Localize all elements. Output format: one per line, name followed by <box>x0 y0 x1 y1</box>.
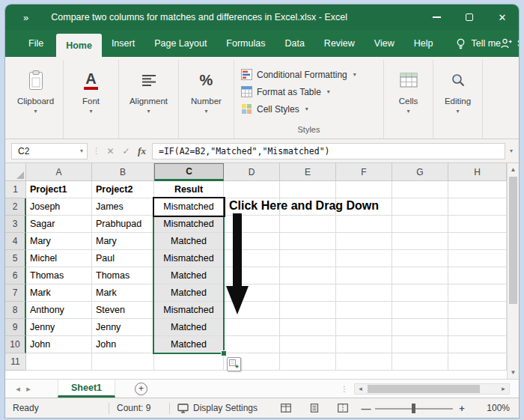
enter-button[interactable]: ✓ <box>121 146 132 156</box>
cell-C11[interactable] <box>154 353 224 371</box>
cell-H3[interactable] <box>448 216 507 233</box>
cell-G11[interactable] <box>392 353 448 371</box>
alignment-group-button[interactable]: Alignment ▾ <box>119 60 179 139</box>
display-settings-button[interactable]: Display Settings <box>177 403 258 413</box>
cell-A3[interactable]: Sagar <box>26 216 92 233</box>
row-header-11[interactable]: 11 <box>5 353 26 371</box>
row-header-1[interactable]: 1 <box>5 181 26 198</box>
column-header-D[interactable]: D <box>224 163 280 181</box>
cell-G10[interactable] <box>392 336 448 353</box>
tab-home[interactable]: Home <box>56 34 102 57</box>
cell-B3[interactable]: Prabhupad <box>92 216 154 233</box>
cell-E4[interactable] <box>280 233 336 250</box>
cell-H4[interactable] <box>448 233 507 250</box>
cell-H9[interactable] <box>448 319 507 336</box>
cell-C6[interactable]: Matched <box>154 267 224 284</box>
cell-F3[interactable] <box>336 216 392 233</box>
cell-C8[interactable]: Mismatched <box>154 302 224 319</box>
cell-B10[interactable]: John <box>92 336 154 353</box>
cell-H7[interactable] <box>448 284 507 302</box>
cell-E5[interactable] <box>280 250 336 267</box>
horizontal-scrollbar[interactable]: ◂ ▸ <box>354 383 510 395</box>
minimize-button[interactable] <box>420 4 453 30</box>
cell-F5[interactable] <box>336 250 392 267</box>
sheet-nav-left-icon[interactable]: ◂ <box>13 384 23 394</box>
cell-A2[interactable]: Joseph <box>26 198 92 216</box>
cell-E6[interactable] <box>280 267 336 284</box>
fill-handle[interactable] <box>221 350 227 356</box>
maximize-button[interactable] <box>453 4 486 30</box>
cell-G6[interactable] <box>392 267 448 284</box>
cell-F1[interactable] <box>336 181 392 198</box>
column-header-F[interactable]: F <box>336 163 392 181</box>
cell-G2[interactable] <box>392 198 448 216</box>
column-header-A[interactable]: A <box>26 163 92 181</box>
status-count[interactable]: Count: 9 <box>117 403 162 413</box>
row-header-2[interactable]: 2 <box>5 198 26 216</box>
cell-H2[interactable] <box>448 198 507 216</box>
cells-group-button[interactable]: Cells ▾ <box>384 60 433 139</box>
cell-A7[interactable]: Mark <box>26 284 92 302</box>
new-sheet-button[interactable]: + <box>135 383 147 395</box>
column-header-B[interactable]: B <box>92 163 154 181</box>
cell-C5[interactable]: Mismatched <box>154 250 224 267</box>
name-box[interactable]: C2 ▾ <box>11 143 88 159</box>
autofill-options-button[interactable] <box>227 357 241 371</box>
sheet-nav-right-icon[interactable]: ▸ <box>23 384 34 394</box>
cell-E11[interactable] <box>280 353 336 371</box>
cell-G9[interactable] <box>392 319 448 336</box>
cell-H8[interactable] <box>448 302 507 319</box>
clipboard-group-button[interactable]: Clipboard ▾ <box>8 60 64 139</box>
formula-input[interactable]: =IF(A2=B2,"Matched","Mismatched") <box>152 143 505 159</box>
column-header-H[interactable]: H <box>448 163 507 181</box>
cell-A8[interactable]: Anthony <box>26 302 92 319</box>
cell-B7[interactable]: Mark <box>92 284 154 302</box>
cell-E7[interactable] <box>280 284 336 302</box>
cell-G8[interactable] <box>392 302 448 319</box>
cell-F11[interactable] <box>336 353 392 371</box>
zoom-out-button[interactable]: — <box>357 403 375 414</box>
cell-H11[interactable] <box>448 353 507 371</box>
horizontal-scroll-thumb[interactable] <box>368 385 480 393</box>
share-button[interactable]: Share <box>501 30 519 57</box>
cell-A1[interactable]: Project1 <box>26 181 92 198</box>
cell-styles-button[interactable]: Cell Styles ▾ <box>234 100 383 118</box>
cell-C10[interactable]: Matched <box>154 336 224 353</box>
zoom-slider-thumb[interactable] <box>412 404 415 413</box>
column-header-C[interactable]: C <box>154 163 224 181</box>
cell-A4[interactable]: Mary <box>26 233 92 250</box>
cell-C7[interactable]: Matched <box>154 284 224 302</box>
scroll-right-icon[interactable]: ▸ <box>498 385 509 392</box>
scroll-left-icon[interactable]: ◂ <box>355 385 366 392</box>
editing-group-button[interactable]: Editing ▾ <box>433 60 483 139</box>
close-button[interactable]: ✕ <box>486 4 519 30</box>
cell-F10[interactable] <box>336 336 392 353</box>
cancel-button[interactable]: ✕ <box>105 146 116 156</box>
page-break-view-button[interactable] <box>333 401 353 416</box>
cell-A10[interactable]: John <box>26 336 92 353</box>
scroll-down-icon[interactable]: ▼ <box>508 369 519 376</box>
sheet-tab-sheet1[interactable]: Sheet1 <box>58 380 115 398</box>
cell-G5[interactable] <box>392 250 448 267</box>
number-group-button[interactable]: % Number ▾ <box>179 60 234 139</box>
cell-F9[interactable] <box>336 319 392 336</box>
cell-G1[interactable] <box>392 181 448 198</box>
scroll-up-icon[interactable]: ▲ <box>508 166 519 173</box>
cell-B8[interactable]: Steven <box>92 302 154 319</box>
cell-E3[interactable] <box>280 216 336 233</box>
cell-G4[interactable] <box>392 233 448 250</box>
cell-B9[interactable]: Jenny <box>92 319 154 336</box>
row-header-5[interactable]: 5 <box>5 250 26 267</box>
tab-file[interactable]: File <box>16 30 56 57</box>
cell-B1[interactable]: Project2 <box>92 181 154 198</box>
tab-help[interactable]: Help <box>404 30 443 57</box>
cell-C1[interactable]: Result <box>154 181 224 198</box>
cell-B2[interactable]: James <box>92 198 154 216</box>
cell-B5[interactable]: Paul <box>92 250 154 267</box>
cell-H1[interactable] <box>448 181 507 198</box>
tab-review[interactable]: Review <box>314 30 365 57</box>
vertical-scroll-thumb[interactable] <box>509 177 517 304</box>
cell-A11[interactable] <box>26 353 92 371</box>
tab-view[interactable]: View <box>365 30 404 57</box>
cell-G3[interactable] <box>392 216 448 233</box>
